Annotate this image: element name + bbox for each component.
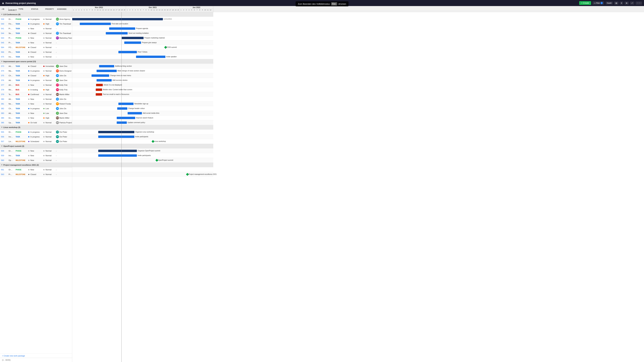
task-id[interactable]: 560 xyxy=(0,159,8,161)
task-id[interactable]: 376 xyxy=(0,79,8,81)
fullscreen-button[interactable]: ⤢ xyxy=(630,2,634,5)
task-id[interactable]: 544 xyxy=(0,32,8,34)
group-row-g1[interactable]: ▼2.0 Conferences (9) xyxy=(0,12,72,17)
filter-button[interactable]: ⧍ Filter 2 xyxy=(592,1,604,5)
group-row-g5[interactable]: ▼Project management excellence 2021 (2) xyxy=(0,162,72,167)
task-row[interactable]: 555 Organize Linux workshop PHASE In pro… xyxy=(0,130,72,134)
col-priority-header[interactable]: PRIORITY xyxy=(44,8,56,10)
task-id[interactable]: 540 xyxy=(0,23,8,25)
task-row[interactable]: 541 Prepare agenda TASK New Normal - xyxy=(0,26,72,31)
info-button[interactable]: ℹ xyxy=(620,2,623,5)
zoom-button[interactable]: ⊕ xyxy=(624,2,629,5)
task-id[interactable]: 558 xyxy=(0,150,8,152)
gantt-task-row: Organize Linux workshop xyxy=(72,130,213,134)
gantt-task-row: Prepare give aways xyxy=(72,40,213,45)
task-row[interactable]: 384 Improve search feature TASK New High… xyxy=(0,116,72,120)
group-row-g3[interactable]: ▼Linux workshop (3) xyxy=(0,125,72,130)
task-priority: Normal xyxy=(43,122,55,124)
gantt-button[interactable]: Gantt xyxy=(606,2,613,4)
col-assignee-header[interactable]: ASSIGNEE xyxy=(56,8,72,10)
task-row[interactable]: 376 Add success stories TASK In progress… xyxy=(0,78,72,83)
task-row[interactable]: 545 Prepare give aways TASK New Normal - xyxy=(0,40,72,45)
task-id[interactable]: 556 xyxy=(0,136,8,138)
task-row[interactable]: 564 FOSS summit MILESTONE Closed Normal … xyxy=(0,45,72,50)
task-id[interactable]: 545 xyxy=(0,42,8,44)
gantt-bar-label: Change header colour xyxy=(128,108,145,109)
task-row[interactable]: 566 Print T-Shirts TASK Closed Normal - xyxy=(0,50,72,54)
col-subject-header[interactable]: ↕ SUBJECT xyxy=(7,7,18,11)
task-row[interactable]: 556 Invite participants TASK In progress… xyxy=(0,134,72,139)
task-row[interactable]: 381 Newsletter sign-up TASK New Normal R… xyxy=(0,102,72,106)
col-id-header[interactable]: ↕ ID xyxy=(0,8,7,10)
task-id[interactable]: 377 xyxy=(0,84,8,86)
task-row[interactable]: 374 Make design of news section cleaner … xyxy=(0,68,72,73)
layout-button[interactable]: ▤ xyxy=(614,2,618,5)
task-id[interactable]: 563 xyxy=(0,173,8,175)
task-row[interactable]: 377 Article X is not displayed BUG New N… xyxy=(0,83,72,87)
task-row[interactable]: 382 Change header colour TASK In progres… xyxy=(0,106,72,111)
gantt-task-row: Newsletter sign-up xyxy=(72,102,213,106)
task-row[interactable]: 557 Linux workshop MILESTONE Scheduled N… xyxy=(0,139,72,144)
status-dot xyxy=(28,42,30,43)
task-row[interactable]: 540 Find date and location TASK In progr… xyxy=(0,22,72,26)
task-row[interactable]: 375 Change menu to maxi menu TASK Closed… xyxy=(0,73,72,78)
gantt-bar-label: Prepare agenda xyxy=(136,28,148,30)
task-row[interactable]: 543 Prepare marketing material PHASE New… xyxy=(0,36,72,40)
gantt-bar-label: Add social media links xyxy=(143,112,159,114)
task-row[interactable]: 561 Organize project management conferen… xyxy=(0,167,72,172)
task-row[interactable]: 385 Update comment policy TASK On hold N… xyxy=(0,120,72,125)
task-row[interactable]: 373 Additional blog section TASK Closed … xyxy=(0,64,72,68)
priority-text: Low xyxy=(46,108,49,110)
priority-dot xyxy=(43,89,44,90)
avatar: MM xyxy=(56,116,59,120)
task-row[interactable]: 383 Add social media links TASK New Low … xyxy=(0,111,72,116)
task-priority: Normal xyxy=(43,159,55,161)
task-id[interactable]: 381 xyxy=(0,103,8,105)
task-id[interactable]: 559 xyxy=(0,154,8,156)
task-id[interactable]: 385 xyxy=(0,122,8,124)
task-row[interactable]: 558 Organize OpenProject summit PHASE Ne… xyxy=(0,148,72,153)
gantt-bar-label: Newsletter sign-up xyxy=(134,103,148,105)
task-id[interactable]: 539 xyxy=(0,18,8,20)
create-work-package-link[interactable]: + Create new work package xyxy=(0,354,72,358)
task-row[interactable]: 380 Add comments section to Skills TASK … xyxy=(0,97,72,102)
task-id[interactable]: 557 xyxy=(0,140,8,142)
task-row[interactable]: 544 Send out meeting invitation TASK Clo… xyxy=(0,31,72,36)
task-row[interactable]: 563 Project management excellence 2021 M… xyxy=(0,172,72,177)
task-list: ▼2.0 Conferences (9) 539 Organize OpenPr… xyxy=(0,12,72,354)
status-dot xyxy=(28,122,30,123)
task-id[interactable]: 555 xyxy=(0,131,8,133)
create-button[interactable]: + Create xyxy=(579,1,591,5)
priority-dot xyxy=(43,66,44,67)
group-row-g4[interactable]: ▼OpenProject summit (3) xyxy=(0,144,72,148)
task-id[interactable]: 383 xyxy=(0,112,8,114)
status-dot xyxy=(28,113,30,114)
task-id[interactable]: 374 xyxy=(0,70,8,72)
task-id[interactable]: 375 xyxy=(0,74,8,76)
task-id[interactable]: 378 xyxy=(0,89,8,91)
task-subject: Text too small to read in Resources xyxy=(8,94,14,96)
task-id[interactable]: 541 xyxy=(0,28,8,30)
col-status-header[interactable]: STATUS xyxy=(30,8,44,10)
task-row[interactable]: 559 Invite participants TASK New Normal … xyxy=(0,153,72,158)
task-id[interactable]: 384 xyxy=(0,117,8,119)
task-row[interactable]: 539 Organize OpenProject summit PHASE In… xyxy=(0,17,72,22)
task-id[interactable]: 575 xyxy=(0,56,8,58)
task-id[interactable]: 382 xyxy=(0,108,8,110)
task-id[interactable]: 564 xyxy=(0,46,8,48)
task-id[interactable]: 566 xyxy=(0,51,8,53)
task-row[interactable]: 575 Invite speaker TASK New Normal - xyxy=(0,54,72,59)
group-row-g2[interactable]: ▼Improvement open source portal (13) xyxy=(0,59,72,64)
task-row[interactable]: 378 Mobile view: Content wider than scre… xyxy=(0,87,72,92)
gantt-body[interactable]: 11/17/202112/21/2021Find date and locati… xyxy=(72,12,644,362)
task-id[interactable]: 380 xyxy=(0,98,8,100)
task-id[interactable]: 561 xyxy=(0,169,8,171)
task-id[interactable]: 543 xyxy=(0,37,8,39)
col-type-header[interactable]: TYPE xyxy=(18,8,30,10)
task-id[interactable]: 379 xyxy=(0,94,8,96)
task-row[interactable]: 379 Text too small to read in Resources … xyxy=(0,92,72,97)
settings-button[interactable]: ⋮⋮ xyxy=(636,2,642,5)
task-row[interactable]: 560 OpenProject summit MILESTONE New Nor… xyxy=(0,158,72,162)
pagination: (1 - 30/30) xyxy=(2,359,10,361)
task-id[interactable]: 373 xyxy=(0,65,8,67)
